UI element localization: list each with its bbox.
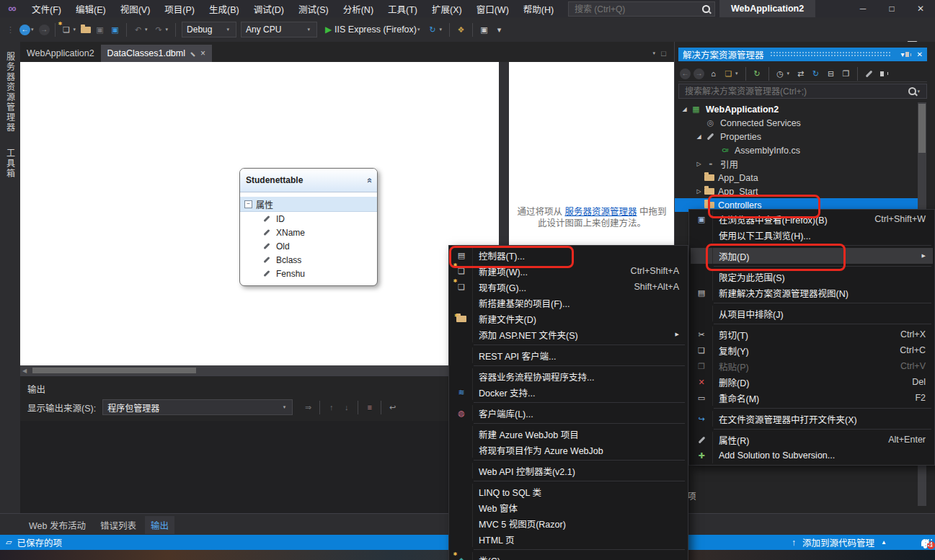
context-menu-item-exclude-from-project[interactable]: 从项目中排除(J)	[691, 306, 933, 321]
tree-row-properties[interactable]: ◢Properties	[675, 130, 918, 143]
tool-tab-toolbox[interactable]: 工具箱	[4, 143, 17, 185]
context-menu-item-cut[interactable]: ✂剪切(T)Ctrl+X	[691, 326, 933, 342]
output-prev-message-button[interactable]: ↑	[324, 401, 339, 413]
menubar-item[interactable]: 测试(S)	[291, 0, 336, 17]
solution-explorer-title-bar[interactable]: 解决方案资源管理器 ▾ ✕	[678, 48, 927, 61]
add-submenu-item-existing-project-as-azure-webjob[interactable]: 将现有项目作为 Azure WebJob	[451, 442, 686, 458]
solution-explorer-sync-active-button[interactable]: ⇄	[793, 68, 808, 79]
toolbar-undo-button[interactable]: ↶▾	[130, 24, 151, 35]
output-word-wrap-button[interactable]: ↩	[385, 401, 400, 413]
menubar-item[interactable]: 视图(V)	[113, 0, 158, 17]
context-menu-item-rename[interactable]: ▭重命名(M)F2	[691, 390, 933, 406]
tree-expander-icon[interactable]: ▷	[694, 188, 704, 195]
add-submenu-item-client-side-library[interactable]: ◍客户端库(L)...	[451, 405, 686, 421]
entity-studenettable[interactable]: Studenettable » − 属性 IDXNameOldBclassFen…	[239, 168, 378, 286]
context-menu-item-delete[interactable]: ✕删除(D)Del	[691, 374, 933, 390]
toolbar-drag-handle-button[interactable]: ⋮	[3, 24, 18, 35]
entity-field-id[interactable]: ID	[240, 212, 377, 226]
menubar-item[interactable]: 文件(F)	[25, 0, 68, 17]
tree-row-webapplication2[interactable]: ◢▦WebApplication2	[675, 102, 918, 116]
collapse-minus-icon[interactable]: −	[244, 200, 252, 208]
menubar-item[interactable]: 生成(B)	[202, 0, 247, 17]
solution-explorer-preview-button[interactable]: ❐	[838, 68, 854, 79]
collapse-chevron-icon[interactable]: »	[363, 177, 374, 182]
menubar-item[interactable]: 编辑(E)	[68, 0, 113, 17]
bottom-tab-output[interactable]: 输出	[145, 516, 174, 534]
solution-explorer-switch-views-button[interactable]: ❏▾	[721, 68, 742, 79]
tree-row-app-start[interactable]: ▷App_Start	[675, 185, 918, 198]
add-submenu-item-docker-support[interactable]: ≋Docker 支持...	[451, 384, 686, 400]
close-icon[interactable]: ✕	[917, 50, 923, 58]
solution-explorer-forward-circle-button[interactable]: →	[692, 68, 706, 79]
tree-row-assemblyinfo[interactable]: C#AssemblyInfo.cs	[675, 143, 918, 157]
context-menu-item-paste[interactable]: ❐粘贴(P)Ctrl+V	[691, 358, 933, 374]
solution-configuration-dropdown[interactable]: Debug▾	[182, 22, 236, 37]
editor-tab-dataclasses1[interactable]: DataClasses1.dbml▬×	[101, 45, 212, 62]
tree-row-connected-services[interactable]: ◎Connected Services	[675, 116, 918, 130]
solution-explorer-pin-button[interactable]	[877, 68, 892, 79]
toolbar-refresh-button[interactable]: ↻▾	[425, 24, 446, 35]
context-menu-item-add[interactable]: 添加(D)▶	[691, 248, 933, 264]
start-debugging-button[interactable]: ▶ IIS Express (Firefox) ▾	[322, 24, 422, 35]
add-submenu-item-mvc5-view-page-razor[interactable]: MVC 5 视图页(Razor)	[451, 515, 686, 531]
bottom-tab-web-publish[interactable]: Web 发布活动	[23, 516, 92, 534]
solution-platform-dropdown[interactable]: Any CPU▾	[241, 22, 317, 37]
toolbar-new-file-button[interactable]: ❏✱▾	[59, 24, 80, 35]
add-submenu-item-new-item[interactable]: ❏✱新建项(W)...Ctrl+Shift+A	[451, 263, 686, 279]
context-menu-item-open-folder-in-file-explorer[interactable]: ↪在文件资源管理器中打开文件夹(X)	[691, 411, 933, 427]
toolbar-save-button[interactable]: ▣	[92, 24, 107, 35]
tree-expander-icon[interactable]: ◢	[694, 133, 704, 140]
solution-explorer-home-button[interactable]: ⌂	[706, 68, 721, 79]
context-menu-item-scope-to-this[interactable]: 限定为此范围(S)	[691, 269, 933, 285]
toolbar-redo-button[interactable]: ↷▾	[151, 24, 172, 35]
scroll-left-icon[interactable]: ◀	[20, 368, 29, 374]
output-clear-all-button[interactable]: ≡	[362, 401, 377, 413]
add-submenu-item-class[interactable]: ◆✱类(C)...	[451, 552, 686, 560]
entity-field-bclass[interactable]: Bclass	[240, 253, 377, 267]
menubar-item[interactable]: 窗口(W)	[469, 0, 516, 17]
float-window-icon[interactable]: □	[657, 48, 670, 59]
toolbar-overflow-button[interactable]: ▾	[492, 24, 507, 35]
toolbar-forward-button[interactable]: →	[37, 25, 51, 35]
entity-field-old[interactable]: Old	[240, 239, 377, 253]
add-submenu-item-controller[interactable]: ▤控制器(T)...	[451, 247, 686, 263]
menubar-item[interactable]: 扩展(X)	[425, 0, 469, 17]
designer-horizontal-scrollbar[interactable]: ◀	[20, 365, 499, 375]
add-submenu-item-existing-item[interactable]: ❏✱现有项(G)...Shift+Alt+A	[451, 279, 686, 295]
solution-explorer-search-box[interactable]: ▾	[678, 84, 927, 99]
pin-icon[interactable]: ▬	[190, 50, 198, 57]
menubar-item[interactable]: 帮助(H)	[516, 0, 561, 17]
add-submenu-item-new-scaffolded-item[interactable]: 新搭建基架的项目(F)...	[451, 295, 686, 311]
menubar-item[interactable]: 分析(N)	[336, 0, 381, 17]
quick-search-input[interactable]	[573, 4, 702, 15]
add-submenu-item-web-form[interactable]: Web 窗体	[451, 499, 686, 515]
context-menu-item-browse-with[interactable]: 使用以下工具浏览(H)...	[691, 227, 933, 243]
entity-field-xname[interactable]: XName	[240, 226, 377, 239]
server-explorer-link[interactable]: 服务器资源管理器	[564, 207, 637, 217]
menubar-item[interactable]: 工具(T)	[381, 0, 425, 17]
scrollbar-thumb[interactable]	[32, 368, 196, 373]
toolbar-save-all-button[interactable]: ▣	[107, 24, 123, 35]
add-to-source-control-button[interactable]: ↑ 添加到源代码管理 ▲	[792, 535, 887, 549]
solution-explorer-back-circle-button[interactable]: ←	[678, 68, 692, 79]
bottom-tab-error-list[interactable]: 错误列表	[94, 516, 142, 534]
output-source-dropdown[interactable]: 程序包管理器▾	[102, 399, 293, 415]
add-submenu-item-rest-api-client[interactable]: REST API 客户端...	[451, 347, 686, 363]
add-submenu-item-web-api-controller-class[interactable]: Web API 控制器类(v2.1)	[451, 463, 686, 479]
solution-explorer-search-input[interactable]	[683, 86, 908, 97]
solution-explorer-refresh-button[interactable]: ↻	[808, 68, 823, 79]
context-menu-item-properties[interactable]: 属性(R)Alt+Enter	[691, 432, 933, 448]
resize-grip[interactable]	[924, 538, 933, 547]
solution-explorer-sync-button[interactable]: ↻	[750, 68, 765, 79]
add-submenu-item-linq-to-sql-classes[interactable]: LINQ to SQL 类	[451, 484, 686, 499]
menubar-item[interactable]: 调试(D)	[247, 0, 291, 17]
solution-explorer-collapse-all-button[interactable]: ⊟	[823, 68, 838, 79]
quick-search-box[interactable]	[568, 1, 715, 17]
add-submenu-item-container-orchestrator-support[interactable]: 容器业务流程协调程序支持...	[451, 368, 686, 384]
add-submenu-item-new-azure-webjob-project[interactable]: 新建 Azure WebJob 项目	[451, 426, 686, 442]
add-submenu-item-add-aspnet-folder[interactable]: 添加 ASP.NET 文件夹(S)▶	[451, 326, 686, 342]
context-menu-item-copy[interactable]: ❏复制(Y)Ctrl+C	[691, 342, 933, 358]
entity-header[interactable]: Studenettable »	[240, 169, 377, 192]
add-submenu-item-new-folder[interactable]: ✱新建文件夹(D)	[451, 311, 686, 326]
output-next-message-button[interactable]: ↓	[339, 401, 354, 413]
